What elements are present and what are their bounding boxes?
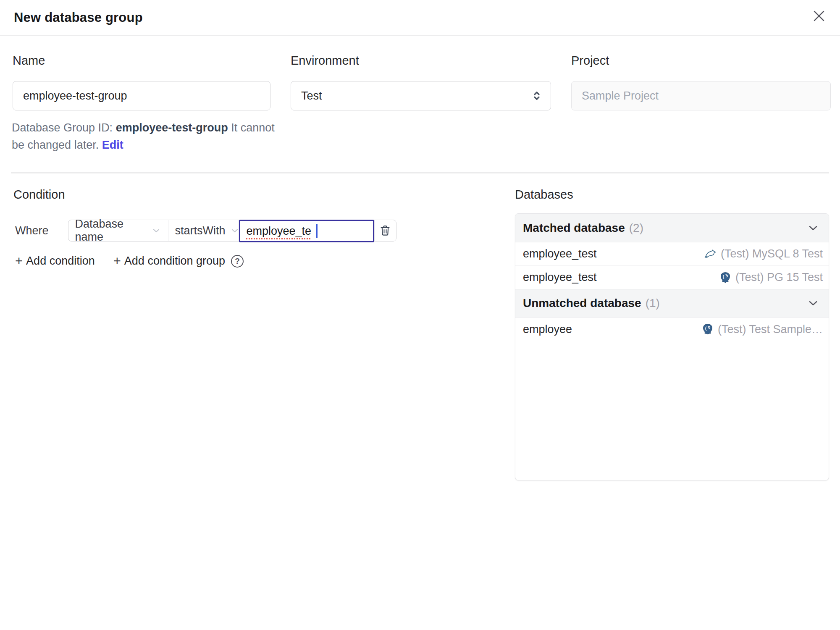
instance-info: (Test) Test Sample…	[701, 323, 823, 336]
dialog-header: New database group	[0, 0, 840, 36]
name-label: Name	[13, 54, 45, 68]
matched-database-header[interactable]: Matched database (2)	[515, 214, 829, 242]
edit-id-link[interactable]: Edit	[102, 139, 123, 151]
postgres-icon	[719, 271, 732, 284]
chevron-down-icon	[807, 222, 819, 234]
matched-database-title: Matched database	[523, 221, 625, 235]
instance-info: (Test) PG 15 Test	[719, 271, 823, 284]
name-input[interactable]	[13, 81, 270, 110]
mysql-icon	[704, 248, 717, 260]
chevron-down-icon	[807, 297, 819, 310]
condition-value-input[interactable]: employee_te	[239, 220, 374, 242]
id-note-value: employee-test-group	[116, 121, 228, 134]
databases-panel: Matched database (2) employee_test (Test…	[515, 213, 829, 480]
unmatched-database-header[interactable]: Unmatched database (1)	[515, 289, 829, 318]
operator-value: startsWith	[175, 224, 226, 237]
factor-value: Database name	[75, 218, 147, 244]
plus-icon: +	[15, 255, 23, 268]
add-condition-group-label: Add condition group	[124, 255, 225, 268]
matched-database-row[interactable]: employee_test (Test) PG 15 Test	[515, 266, 829, 289]
condition-expression-group: Database name startsWith employee_te	[68, 220, 396, 242]
condition-value-text: employee_te	[247, 225, 312, 238]
add-condition-label: Add condition	[26, 255, 95, 268]
unmatched-database-title: Unmatched database	[523, 297, 641, 310]
delete-condition-button[interactable]	[374, 220, 396, 241]
instance-label: (Test) PG 15 Test	[735, 271, 823, 284]
condition-row: Where Database name startsWith employee_…	[15, 220, 396, 242]
help-icon[interactable]: ?	[231, 255, 244, 268]
dialog-title: New database group	[14, 10, 143, 25]
matched-database-row[interactable]: employee_test (Test) MySQL 8 Test	[515, 242, 829, 266]
add-condition-group-button[interactable]: + Add condition group ?	[113, 255, 244, 268]
add-condition-button[interactable]: + Add condition	[15, 255, 95, 268]
instance-label: (Test) MySQL 8 Test	[721, 247, 823, 260]
close-icon	[812, 9, 826, 23]
unmatched-database-row[interactable]: employee (Test) Test Sample…	[515, 318, 829, 341]
database-name: employee_test	[523, 271, 597, 284]
environment-select[interactable]: Test	[291, 81, 551, 110]
project-field[interactable]: Sample Project	[571, 81, 831, 110]
project-value: Sample Project	[582, 89, 659, 102]
chevron-down-icon	[151, 226, 161, 236]
chevron-down-icon	[230, 226, 240, 236]
unmatched-database-count: (1)	[646, 297, 660, 310]
text-caret	[316, 224, 318, 238]
database-group-id-note: Database Group ID: employee-test-group I…	[12, 119, 289, 154]
plus-icon: +	[113, 255, 121, 268]
instance-label: (Test) Test Sample…	[718, 323, 823, 336]
condition-section-title: Condition	[13, 188, 65, 202]
instance-info: (Test) MySQL 8 Test	[704, 247, 823, 260]
trash-icon	[379, 224, 391, 237]
environment-selected-value: Test	[301, 89, 322, 102]
databases-section-title: Databases	[515, 188, 573, 202]
updown-chevrons-icon	[530, 89, 543, 102]
postgres-icon	[701, 323, 714, 336]
where-label: Where	[15, 220, 49, 242]
close-button[interactable]	[810, 7, 828, 25]
new-database-group-dialog: New database group Name Environment Proj…	[0, 0, 840, 630]
id-note-prefix: Database Group ID:	[12, 121, 116, 134]
factor-select[interactable]: Database name	[68, 220, 168, 241]
condition-actions: + Add condition + Add condition group ?	[15, 255, 244, 268]
database-name: employee	[523, 323, 572, 336]
project-label: Project	[571, 54, 609, 68]
operator-select[interactable]: startsWith	[168, 220, 239, 241]
database-name: employee_test	[523, 247, 597, 260]
section-divider	[11, 172, 829, 173]
environment-label: Environment	[291, 54, 359, 68]
matched-database-count: (2)	[629, 221, 643, 235]
